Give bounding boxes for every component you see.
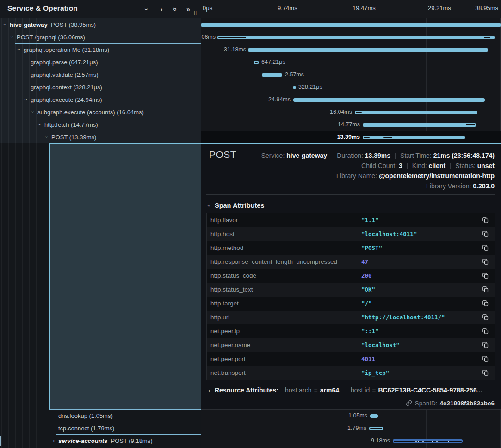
attribute-key: http.flavor	[210, 213, 238, 227]
child-span-marker	[492, 25, 499, 25]
tree-row[interactable]: ›http.fetch (14.77ms)	[0, 118, 201, 131]
tree-row[interactable]: tcp.connect (1.79ms)	[49, 422, 201, 435]
tree-row[interactable]: dns.lookup (1.05ms)	[49, 410, 201, 422]
span-bar[interactable]	[370, 414, 378, 418]
tree-row[interactable]: ›hive-gateway POST (38.95ms)	[0, 19, 201, 31]
chevron-down-icon[interactable]: ›	[30, 106, 36, 118]
copy-icon[interactable]	[482, 217, 489, 224]
copy-icon[interactable]	[482, 258, 489, 266]
copy-icon[interactable]	[482, 244, 489, 252]
child-span-marker	[249, 50, 255, 50]
child-span-marker	[259, 50, 262, 50]
attribute-key: net.peer.name	[210, 338, 250, 352]
timeline-row: 9.18ms	[201, 435, 501, 447]
span-attributes-title: Span Attributes	[215, 202, 264, 209]
timeline-row: 1.79ms	[201, 422, 501, 435]
span-bar[interactable]	[355, 111, 477, 114]
attribute-value: "/"	[361, 297, 372, 311]
copy-icon[interactable]	[482, 300, 489, 307]
span-duration-label: 16.04ms	[330, 106, 352, 118]
span-marker-dot	[436, 441, 438, 442]
tree-row[interactable]: graphql.parse (647.21μs)	[0, 56, 201, 68]
attribute-value: "http://localhost:4011/"	[361, 311, 445, 324]
span-marker-dot	[418, 441, 419, 442]
tree-row[interactable]: ›subgraph.execute (accounts) (16.04ms)	[0, 106, 201, 118]
chevron-right-icon[interactable]: ›	[51, 435, 56, 447]
span-row-label: dns.lookup (1.05ms)	[58, 410, 113, 422]
attribute-key: http.status_text	[210, 283, 253, 297]
tree-row[interactable]: ›service-accounts POST (9.18ms)	[49, 435, 201, 447]
axis-tick-label: 19.47ms	[353, 5, 376, 12]
tree-row[interactable]: ›graphql.operation Me (31.18ms)	[0, 44, 201, 56]
span-bar[interactable]	[217, 36, 495, 39]
span-id-label: SpanID:	[415, 400, 438, 407]
link-icon	[406, 400, 412, 406]
tree-row[interactable]: ›POST /graphql (36.06ms)	[0, 31, 201, 44]
meta-value: 0.203.0	[473, 182, 495, 190]
span-detail-panel: POST Service: hive-gatewayDuration: 13.3…	[201, 144, 501, 409]
span-row-label: http.fetch (14.77ms)	[44, 118, 98, 131]
tree-header-title: Service & Operation	[7, 4, 78, 12]
copy-icon[interactable]	[482, 355, 489, 363]
chevron-down-icon[interactable]: ›	[44, 131, 49, 143]
tree-row[interactable]: graphql.validate (2.57ms)	[0, 68, 201, 81]
copy-icon[interactable]	[482, 272, 489, 280]
collapse-all-icon[interactable]: »	[170, 4, 180, 14]
expand-all-icon[interactable]: »	[183, 4, 193, 14]
meta-value: 3	[399, 162, 402, 169]
child-span-marker	[356, 112, 362, 113]
attribute-row: http.host"localhost:4011"	[207, 227, 495, 241]
attribute-key: http.url	[210, 311, 229, 324]
panel-resize-grip[interactable]: ||	[194, 10, 197, 15]
chevron-down-icon[interactable]: ›	[37, 118, 43, 131]
tree-row[interactable]: ›POST (13.39ms)	[0, 131, 201, 143]
span-row-label: graphql.parse (647.21μs)	[31, 56, 98, 68]
span-duration-label: 647.21μs	[261, 56, 285, 68]
attribute-value: "ip_tcp"	[361, 366, 389, 380]
attribute-row: http.flavor"1.1"	[207, 213, 495, 227]
child-span-marker	[263, 75, 280, 75]
timeline-row: 38.95ms	[201, 19, 501, 31]
child-span-marker	[479, 100, 484, 100]
expand-one-icon[interactable]: ›	[156, 4, 167, 14]
header-divider	[0, 18, 501, 18]
span-bar[interactable]	[201, 23, 501, 27]
span-duration-label: 328.21μs	[298, 81, 322, 93]
meta-label: Start Time:	[400, 152, 433, 159]
span-row-label: graphql.validate (2.57ms)	[31, 68, 99, 81]
meta-label: Library Name:	[336, 172, 379, 180]
copy-icon[interactable]	[482, 369, 489, 377]
span-attributes-section-toggle[interactable]: ›Span Attributes	[208, 201, 264, 210]
chevron-down-icon[interactable]: ›	[9, 31, 15, 44]
span-duration-label: 1.79ms	[347, 422, 366, 435]
span-bar[interactable]	[363, 136, 465, 139]
span-bar[interactable]	[363, 123, 476, 127]
copy-icon[interactable]	[482, 230, 489, 238]
meta-value: client	[429, 162, 446, 169]
tree-row[interactable]: ›graphql.execute (24.94ms)	[0, 93, 201, 106]
span-bar[interactable]	[293, 86, 296, 89]
chevron-down-icon[interactable]: ›	[2, 19, 8, 31]
copy-icon[interactable]	[482, 342, 489, 349]
chevron-down-icon[interactable]: ›	[23, 93, 29, 106]
attribute-value: "OK"	[361, 283, 375, 297]
copy-icon[interactable]	[482, 286, 489, 293]
attribute-key: http.method	[210, 241, 243, 255]
service-name: service-accounts	[58, 437, 107, 444]
attribute-value: 47	[361, 255, 368, 269]
trace-viewer: Service & Operation ››»» || 0μs9.74ms19.…	[0, 0, 501, 448]
resource-attributes-row[interactable]: ›Resource Attributes:host.arch=arm64host…	[208, 385, 482, 395]
span-id-value: 4e21998f3b82abe6	[439, 400, 495, 407]
copy-icon[interactable]	[482, 328, 489, 335]
tree-scrollbar-thumb[interactable]	[0, 436, 1, 446]
resource-key: host.arch	[285, 386, 312, 394]
detail-divider	[206, 194, 495, 195]
attribute-key: http.host	[210, 227, 235, 241]
collapse-one-icon[interactable]: ›	[142, 4, 152, 14]
tree-row[interactable]: graphql.context (328.21μs)	[0, 81, 201, 93]
row-bottom-border	[56, 447, 201, 447]
copy-icon[interactable]	[482, 314, 489, 321]
tree-header: Service & Operation ››»»	[0, 0, 201, 18]
span-tree-bottom: dns.lookup (1.05ms)tcp.connect (1.79ms)›…	[49, 410, 201, 447]
chevron-down-icon[interactable]: ›	[16, 44, 22, 56]
